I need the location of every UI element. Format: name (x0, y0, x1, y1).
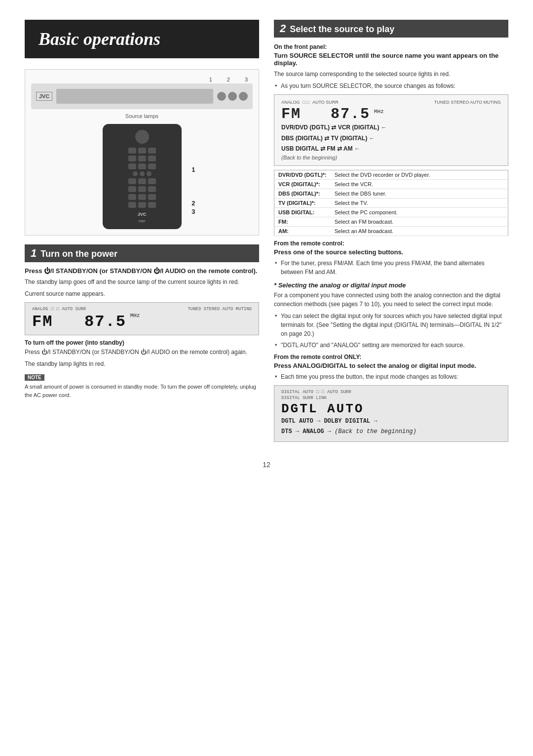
page-layout: Basic operations 1 2 3 JVC Source lamps (25, 20, 508, 446)
section1-instruction: Press ⏻/I STANDBY/ON (or STANDBY/ON ⏻/I … (25, 267, 259, 275)
remote-only-bullet: Each time you press the button, the inpu… (274, 372, 508, 381)
dgtl-flow-2: DTS → ANALOG → (Back to the beginning) (281, 427, 501, 438)
display-unit: MHz (130, 313, 140, 318)
source-desc: Select an AM broadcast. (331, 226, 508, 236)
dgtl-big-text: DGTL AUTO (281, 401, 501, 416)
remote-btn-14 (138, 186, 146, 192)
display-freq-row: FM 87.5 MHz (32, 313, 252, 331)
right-column: 2 Select the source to play On the front… (274, 20, 508, 446)
display-autosurr: □ □ (51, 307, 59, 312)
analog-body1: For a component you have connected using… (274, 291, 508, 309)
table-row: VCR (DIGITAL)*:Select the VCR. (274, 179, 508, 189)
remote-wrapper: JVC mbr 1 2 3 (103, 124, 182, 229)
remote-label-2: 2 (191, 199, 195, 207)
diagram-labels: 1 2 3 (31, 76, 253, 83)
source-display-freq: FM 87.5 (281, 106, 370, 122)
source-desc: Select the VCR. (331, 179, 508, 189)
note-label: NOTE (25, 374, 44, 381)
section1-number: 1 (31, 247, 37, 260)
remote-btn-9 (148, 163, 156, 169)
remote-container: JVC mbr 1 2 3 (31, 124, 253, 229)
remote-btn-17 (138, 194, 146, 200)
remote-label: From the remote control: (274, 240, 508, 247)
display-auto-surr-label: AUTO SURR (62, 307, 86, 312)
label-1: 1 (209, 77, 212, 82)
section1-body1: The standby lamp goes off and the source… (25, 278, 259, 286)
src-analog: ANALOG (281, 100, 300, 105)
front-knobs (217, 92, 248, 101)
source-desc: Select the DBS tuner. (331, 189, 508, 198)
back-note: (Back to the beginning) (281, 155, 501, 160)
remote-label-3: 3 (191, 208, 195, 215)
remote-btn-1 (128, 148, 136, 154)
analog-bullet2: "DGTL AUTO" and "ANALOG" setting are mem… (274, 341, 508, 350)
table-row: TV (DIGITAL)*:Select the TV. (274, 198, 508, 207)
device-diagram: 1 2 3 JVC Source lamps (25, 69, 259, 236)
front-panel-label: On the front panel: (274, 43, 508, 50)
note-container: NOTE A small amount of power is consumed… (25, 373, 259, 399)
analog-heading: * Selecting the analog or digital input … (274, 281, 508, 289)
source-flow-box: ANALOG □ □ AUTO SURR TUNED STEREO AUTO M… (274, 94, 508, 166)
section1-display: ANALOG □ □ AUTO SURR TUNED STEREO AUTO M… (25, 302, 259, 335)
turn-off-body: Press ⏻/I STANDBY/ON (or STANDBY/ON ⏻/I … (25, 348, 259, 357)
source-name: DVR/DVD (DGTL)*: (274, 170, 331, 179)
source-name: FM: (274, 217, 331, 226)
source-bullet1: As you turn SOURCE SELECTOR, the source … (274, 81, 508, 90)
standby-note: The standby lamp lights in red. (25, 359, 259, 368)
remote-btn-15 (148, 186, 156, 192)
left-column: Basic operations 1 2 3 JVC Source lamps (25, 20, 259, 446)
dgtl-display-box: DIGITAL AUTO □ □ AUTO SURR DIGITAL SURR … (274, 385, 508, 442)
source-desc: Select the TV. (331, 198, 508, 207)
table-row: DBS (DIGITAL)*:Select the DBS tuner. (274, 189, 508, 198)
remote-btn-5 (138, 156, 146, 161)
flow-line-3: USB DIGITAL ⇄ FM ⇄ AM ← (281, 144, 501, 155)
source-desc: Select the PC component. (331, 207, 508, 217)
source-name: TV (DIGITAL)*: (274, 198, 331, 207)
remote-bullet: For the tuner, press FM/AM. Each time yo… (274, 259, 508, 277)
remote-btn-10 (128, 178, 136, 184)
remote-btn-12 (148, 178, 156, 184)
remote-btn-13 (128, 186, 136, 192)
remote-row-6 (128, 186, 156, 192)
remote-btn-18 (148, 194, 156, 200)
dgtl-surr-link: SURR LINK (303, 396, 327, 400)
dgtl-display-top: DIGITAL AUTO □ □ AUTO SURR (281, 390, 501, 395)
remote-label-1: 1 (191, 166, 195, 173)
dgtl-top-3: AUTO SURR (327, 390, 351, 395)
flow-line-1: DVR/DVD (DGTL) ⇄ VCR (DIGITAL) ← (281, 122, 501, 133)
section2-heading: Select the source to play (290, 24, 394, 35)
page-number: 12 (25, 461, 508, 469)
source-name: USB DIGITAL: (274, 207, 331, 217)
remote-btn-6 (148, 156, 156, 161)
remote-btn-16 (128, 194, 136, 200)
display-freq: FM 87.5 (32, 313, 126, 331)
section1-current-source: Current source name appears. (25, 289, 259, 298)
section1-heading: Turn on the power (40, 249, 117, 259)
front-display (56, 89, 213, 104)
remote-btn-20 (138, 202, 146, 208)
remote-btn-7 (128, 163, 136, 169)
source-name: AM: (274, 226, 331, 236)
display-tuned: TUNED STEREO AUTO MUTING (188, 307, 252, 312)
remote-row-1 (128, 148, 156, 154)
display-analog: ANALOG (32, 307, 48, 312)
display-top-row: ANALOG □ □ AUTO SURR TUNED STEREO AUTO M… (32, 307, 252, 312)
dgtl-flow-1: DGTL AUTO → DOLBY DIGITAL → (281, 416, 501, 427)
table-row: DVR/DVD (DGTL)*:Select the DVD recorder … (274, 170, 508, 179)
section2-header: 2 Select the source to play (274, 20, 508, 38)
device-front: JVC (31, 83, 253, 109)
source-lamps-label: Source lamps (31, 113, 253, 119)
remote-row-2 (128, 156, 156, 161)
page-title: Basic operations (38, 29, 245, 49)
table-row: AM:Select an AM broadcast. (274, 226, 508, 236)
dgtl-flow-lines: DGTL AUTO → DOLBY DIGITAL → DTS → ANALOG… (281, 416, 501, 438)
remote-only-instruction: Press ANALOG/DIGITAL to select the analo… (274, 362, 508, 369)
remote-btn-21 (148, 202, 156, 208)
dgtl-display-top2: DIGITAL SURR LINK (281, 396, 501, 400)
remote-btn-8 (138, 163, 146, 169)
src-auto-surr: AUTO SURR (312, 100, 339, 105)
source-freq-row: FM 87.5 MHz (281, 106, 501, 122)
label-2: 2 (227, 77, 230, 82)
table-row: USB DIGITAL:Select the PC component. (274, 207, 508, 217)
remote-mbr-label: mbr (139, 219, 146, 223)
